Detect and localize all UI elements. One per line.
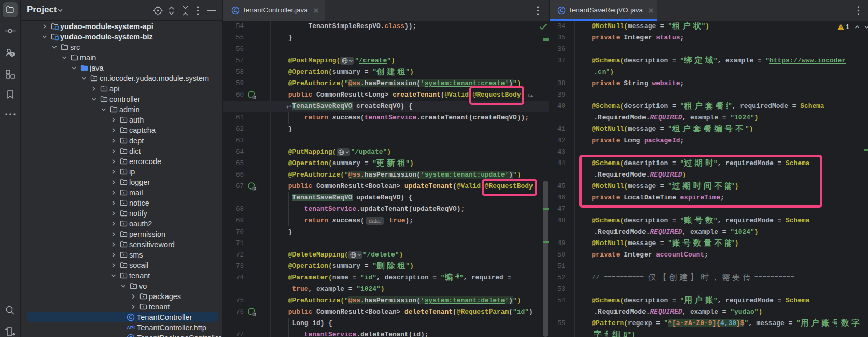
svg-text:?: ? <box>11 52 13 57</box>
